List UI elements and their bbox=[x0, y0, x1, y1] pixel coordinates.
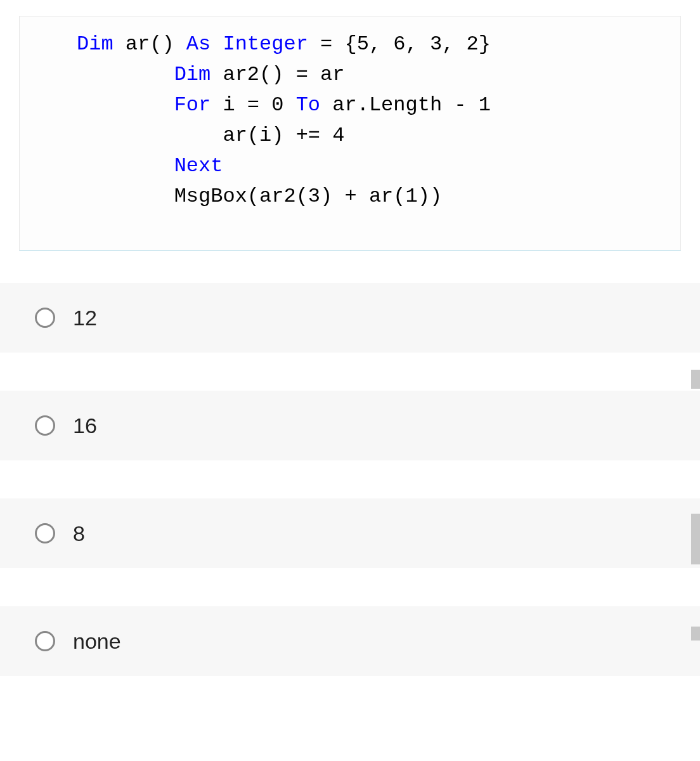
code-token: ar2() = ar bbox=[211, 63, 344, 86]
code-token: Next bbox=[174, 154, 223, 178]
radio-icon[interactable] bbox=[35, 415, 55, 436]
code-token: Dim bbox=[77, 32, 113, 56]
option-16[interactable]: 16 bbox=[0, 391, 700, 460]
code-token: ar(i) += 4 bbox=[223, 124, 344, 147]
scrollbar[interactable] bbox=[689, 0, 700, 761]
radio-icon[interactable] bbox=[35, 523, 55, 543]
code-token: Dim bbox=[174, 63, 211, 86]
code-token: To bbox=[296, 93, 320, 117]
code-token: For bbox=[174, 93, 211, 117]
options-container: 12 16 8 none bbox=[0, 283, 700, 676]
option-8[interactable]: 8 bbox=[0, 498, 700, 568]
option-label: 8 bbox=[73, 521, 85, 546]
code-token: As bbox=[186, 32, 211, 56]
radio-icon[interactable] bbox=[35, 631, 55, 651]
option-label: none bbox=[73, 629, 121, 654]
code-token: MsgBox(ar2(3) + ar(1)) bbox=[174, 185, 442, 208]
radio-icon[interactable] bbox=[35, 308, 55, 328]
code-token: = {5, 6, 3, 2} bbox=[308, 32, 491, 56]
code-token: ar.Length - 1 bbox=[320, 93, 491, 117]
option-none[interactable]: none bbox=[0, 606, 700, 676]
option-label: 12 bbox=[73, 306, 97, 330]
code-token: i = 0 bbox=[211, 93, 295, 117]
code-token bbox=[211, 32, 223, 56]
code-token: ar() bbox=[113, 32, 186, 56]
code-block: Dim ar() As Integer = {5, 6, 3, 2} Dim a… bbox=[19, 16, 681, 251]
option-label: 16 bbox=[73, 413, 97, 438]
code-token: Integer bbox=[223, 32, 308, 56]
scrollbar-thumb[interactable] bbox=[691, 627, 700, 641]
scrollbar-thumb[interactable] bbox=[691, 370, 700, 389]
scrollbar-thumb[interactable] bbox=[691, 514, 700, 564]
option-12[interactable]: 12 bbox=[0, 283, 700, 353]
